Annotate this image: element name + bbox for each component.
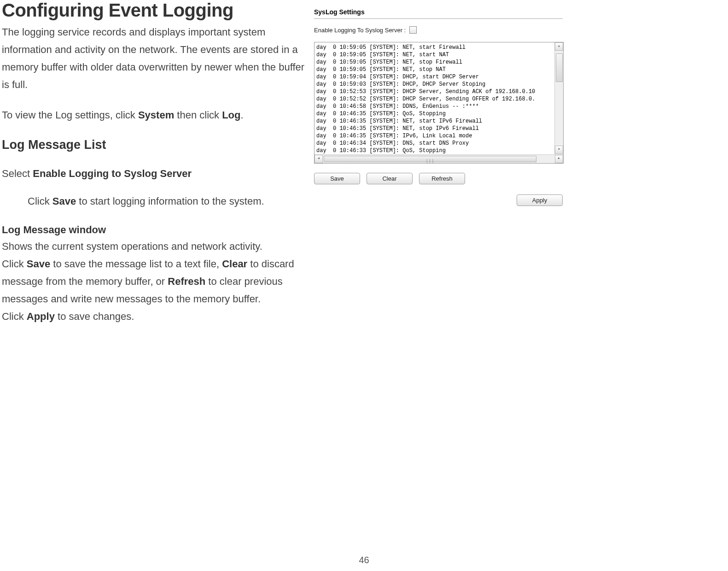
save-label: Save xyxy=(27,258,50,270)
enable-logging-label: Enable Logging To Syslog Server : xyxy=(314,27,406,34)
refresh-button[interactable]: Refresh xyxy=(419,173,465,184)
panel-title: SysLog Settings xyxy=(314,8,572,16)
text: to save changes. xyxy=(55,311,134,322)
log-content: day 0 10:59:05 [SYSTEM]: NET, start Fire… xyxy=(314,42,557,156)
apply-button[interactable]: Apply xyxy=(517,194,563,206)
save-label: Save xyxy=(52,195,76,207)
window-desc: Shows the current system operations and … xyxy=(2,238,306,255)
clear-label: Clear xyxy=(222,258,247,270)
clear-button[interactable]: Clear xyxy=(367,173,413,184)
scroll-right-icon[interactable]: ▸ xyxy=(555,155,563,163)
save-button[interactable]: Save xyxy=(314,173,360,184)
text: . xyxy=(240,109,243,121)
scroll-track[interactable] xyxy=(555,51,563,146)
select-enable-line: Select Enable Logging to Syslog Server xyxy=(2,165,306,182)
text: Select xyxy=(2,168,33,179)
view-instructions: To view the Log settings, click System t… xyxy=(2,106,306,124)
window-buttons-desc: Click Save to save the message list to a… xyxy=(2,255,306,308)
apply-label: Apply xyxy=(27,311,55,322)
section-heading-log-message-list: Log Message List xyxy=(2,138,306,152)
intro-paragraph: The logging service records and displays… xyxy=(2,24,306,94)
enable-logging-checkbox[interactable] xyxy=(409,26,417,34)
text: then click xyxy=(174,109,222,121)
vertical-scrollbar[interactable]: ▴ ▾ xyxy=(554,42,563,154)
section-heading-log-message-window: Log Message window xyxy=(2,224,306,236)
text: To view the Log settings, click xyxy=(2,109,138,121)
scroll-down-icon[interactable]: ▾ xyxy=(555,146,563,154)
grip-icon: ||| xyxy=(425,158,434,164)
text: Click xyxy=(2,258,27,270)
scroll-left-icon[interactable]: ◂ xyxy=(314,155,323,163)
scroll-up-icon[interactable]: ▴ xyxy=(555,42,563,51)
click-save-line: Click Save to start logging information … xyxy=(2,193,306,210)
text: to start logging information to the syst… xyxy=(76,195,264,207)
syslog-settings-panel: SysLog Settings Enable Logging To Syslog… xyxy=(314,8,572,206)
hscroll-track[interactable]: ||| xyxy=(323,155,555,163)
scroll-thumb[interactable] xyxy=(556,53,563,82)
log-label: Log xyxy=(222,109,240,121)
enable-logging-label: Enable Logging to Syslog Server xyxy=(33,168,192,179)
refresh-label: Refresh xyxy=(168,276,205,287)
log-textarea[interactable]: day 0 10:59:05 [SYSTEM]: NET, start Fire… xyxy=(314,42,564,164)
hscroll-thumb[interactable]: ||| xyxy=(324,156,536,162)
text: Click xyxy=(28,195,52,207)
page-title: Configuring Event Logging xyxy=(2,0,306,21)
divider xyxy=(314,18,563,19)
horizontal-scrollbar[interactable]: ◂ ||| ▸ xyxy=(314,154,563,163)
enable-logging-row: Enable Logging To Syslog Server : xyxy=(314,26,572,34)
system-label: System xyxy=(138,109,174,121)
button-row: Save Clear Refresh xyxy=(314,173,572,184)
text: to save the message list to a text file, xyxy=(50,258,222,270)
page-number: 46 xyxy=(0,555,728,565)
apply-desc: Click Apply to save changes. xyxy=(2,308,306,325)
text: Click xyxy=(2,311,27,322)
